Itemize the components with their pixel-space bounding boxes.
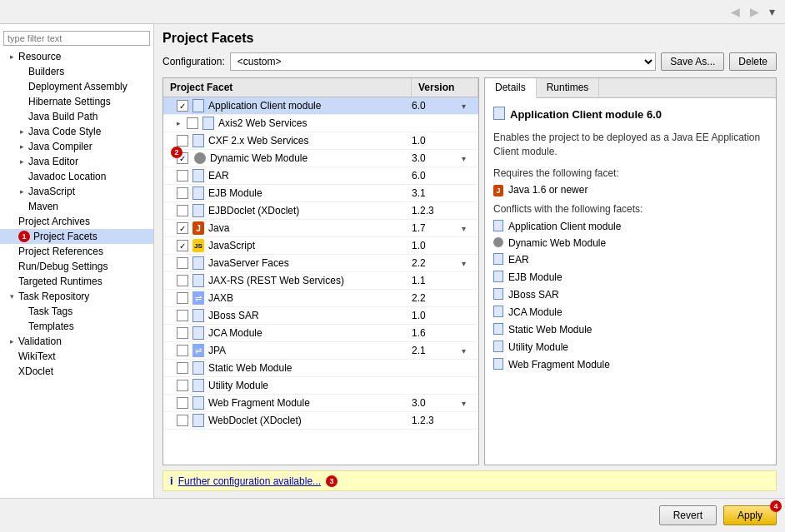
expand-icon [7, 366, 17, 376]
version-arrow[interactable]: ▾ [462, 102, 475, 111]
delete-button[interactable]: Delete [729, 52, 777, 71]
nav-dropdown-button[interactable]: ▾ [766, 3, 778, 20]
apply-button[interactable]: Apply 4 [723, 505, 777, 525]
version-arrow[interactable]: ▾ [462, 399, 475, 408]
facet-checkbox-utility[interactable] [177, 380, 188, 391]
expand-icon [7, 216, 17, 226]
version-arrow[interactable]: ▾ [462, 154, 475, 163]
facet-checkbox-axis2[interactable] [187, 117, 198, 129]
back-button[interactable]: ◀ [728, 3, 743, 20]
requires-label: Requires the following facet: [493, 167, 768, 179]
expand-axis2[interactable]: ▸ [177, 119, 187, 127]
facet-name-jsf: JavaServer Faces [208, 257, 412, 269]
facet-checkbox-webdoclet[interactable] [177, 415, 188, 426]
facet-row-app-client[interactable]: Application Client module 6.0 ▾ [163, 97, 478, 115]
facet-checkbox-ejb[interactable] [177, 187, 188, 199]
facet-name-jboss-sar: JBoss SAR [208, 310, 412, 321]
facet-row-jboss-sar[interactable]: JBoss SAR 1.0 [163, 307, 478, 325]
config-select[interactable]: <custom> [230, 52, 657, 71]
sidebar-item-java-code-style[interactable]: ▸ Java Code Style [0, 124, 153, 139]
facet-checkbox-javascript[interactable] [177, 240, 188, 251]
sidebar-item-validation[interactable]: ▸ Validation [0, 334, 153, 349]
save-as-button[interactable]: Save As... [661, 52, 724, 71]
sidebar-item-builders[interactable]: Builders [0, 64, 153, 79]
tab-runtimes[interactable]: Runtimes [537, 78, 600, 97]
facet-checkbox-app-client[interactable] [177, 100, 188, 112]
sidebar-item-templates[interactable]: Templates [0, 319, 153, 334]
facet-row-static-web[interactable]: Static Web Module [163, 360, 478, 377]
facet-row-web-fragment[interactable]: Web Fragment Module 3.0 ▾ [163, 395, 478, 412]
sidebar-item-label: Targeted Runtimes [18, 276, 102, 287]
facet-checkbox-jaxb[interactable] [177, 292, 188, 304]
filter-input[interactable] [3, 31, 150, 46]
facet-row-dynamic-web[interactable]: 2 Dynamic Web Module 3.0 ▾ [163, 150, 478, 167]
facet-checkbox-jaxrs[interactable] [177, 275, 188, 286]
sidebar-item-task-repository[interactable]: ▾ Task Repository [0, 289, 153, 304]
facet-checkbox-cxf[interactable] [177, 135, 188, 147]
facet-version-dynamic-web: 3.0 [412, 152, 462, 164]
sidebar-item-java-compiler[interactable]: ▸ Java Compiler [0, 139, 153, 154]
facet-row-jsf[interactable]: JavaServer Faces 2.2 ▾ [163, 255, 478, 272]
sidebar-item-wikitext[interactable]: WikiText [0, 349, 153, 364]
details-tabs: Details Runtimes [485, 78, 776, 98]
page-icon [192, 309, 205, 322]
sidebar-item-javascript[interactable]: ▸ JavaScript [0, 184, 153, 199]
sidebar-item-maven[interactable]: Maven [0, 199, 153, 214]
details-title: Application Client module 6.0 [493, 107, 768, 122]
tab-details[interactable]: Details [485, 78, 537, 98]
content-area: ▸ Resource Builders Deployment Assembly … [0, 24, 785, 498]
facet-row-utility[interactable]: Utility Module [163, 377, 478, 395]
facet-checkbox-ejbdoclet[interactable] [177, 205, 188, 216]
sidebar-item-java-build-path[interactable]: Java Build Path [0, 109, 153, 124]
version-arrow[interactable]: ▾ [462, 259, 475, 268]
version-arrow[interactable]: ▾ [462, 224, 475, 233]
facet-row-ejb[interactable]: EJB Module 3.1 [163, 185, 478, 202]
facet-row-axis2[interactable]: ▸ Axis2 Web Services [163, 115, 478, 132]
facet-row-ejbdoclet[interactable]: EJBDoclet (XDoclet) 1.2.3 [163, 202, 478, 220]
facet-row-jpa[interactable]: ⇌ JPA 2.1 ▾ [163, 342, 478, 360]
facet-row-javascript[interactable]: JS JavaScript 1.0 [163, 237, 478, 255]
sidebar-item-project-references[interactable]: Project References [0, 244, 153, 259]
main-container: ◀ ▶ ▾ ▸ Resource Builders Deployment Ass… [0, 0, 785, 532]
facet-row-jaxrs[interactable]: JAX-RS (REST Web Services) 1.1 [163, 272, 478, 290]
facet-version-jaxb: 2.2 [412, 292, 462, 304]
facet-row-cxf[interactable]: CXF 2.x Web Services 1.0 [163, 132, 478, 150]
sidebar-item-label: Java Build Path [28, 111, 98, 122]
facet-checkbox-jsf[interactable] [177, 257, 188, 269]
sidebar-item-project-archives[interactable]: Project Archives [0, 214, 153, 229]
panels-row: Project Facet Version Application Client… [162, 77, 777, 465]
revert-button[interactable]: Revert [659, 505, 717, 525]
conflict-app-client: Application Client module [493, 220, 768, 234]
facet-checkbox-jpa[interactable] [177, 345, 188, 356]
facet-checkbox-jca[interactable] [177, 327, 188, 339]
forward-button[interactable]: ▶ [747, 3, 762, 20]
facet-checkbox-jboss-sar[interactable] [177, 310, 188, 321]
expand-icon [17, 82, 27, 92]
version-arrow[interactable]: ▾ [462, 346, 475, 355]
sidebar-item-java-editor[interactable]: ▸ Java Editor [0, 154, 153, 169]
sidebar-item-targeted-runtimes[interactable]: Targeted Runtimes [0, 274, 153, 289]
facets-panel: Project Facet Version Application Client… [162, 77, 479, 465]
sidebar-item-project-facets[interactable]: 1 Project Facets [0, 229, 153, 244]
facet-row-java[interactable]: J Java 1.7 ▾ [163, 220, 478, 237]
facet-row-jaxb[interactable]: ⇌ JAXB 2.2 [163, 290, 478, 307]
page-icon [192, 186, 205, 200]
sidebar-item-xdoclet[interactable]: XDoclet [0, 364, 153, 379]
main-panel: Project Facets Configuration: <custom> S… [154, 24, 785, 498]
facet-checkbox-web-fragment[interactable] [177, 397, 188, 409]
facet-checkbox-java[interactable] [177, 222, 188, 234]
facet-checkbox-static-web[interactable] [177, 362, 188, 374]
sidebar-item-run-debug[interactable]: Run/Debug Settings [0, 259, 153, 274]
sidebar-item-deployment-assembly[interactable]: Deployment Assembly [0, 79, 153, 94]
further-config-link[interactable]: Further configuration available... [178, 475, 321, 487]
facet-version-cxf: 1.0 [412, 135, 462, 147]
sidebar-item-task-tags[interactable]: Task Tags [0, 304, 153, 319]
facet-checkbox-ear[interactable] [177, 170, 188, 181]
facet-row-webdoclet[interactable]: WebDoclet (XDoclet) 1.2.3 [163, 412, 478, 430]
sidebar-item-hibernate-settings[interactable]: Hibernate Settings [0, 94, 153, 109]
sidebar-item-resource[interactable]: ▸ Resource [0, 49, 153, 64]
js-icon: JS [192, 239, 205, 252]
facet-row-jca[interactable]: JCA Module 1.6 [163, 325, 478, 342]
sidebar-item-javadoc-location[interactable]: Javadoc Location [0, 169, 153, 184]
facet-row-ear[interactable]: EAR 6.0 [163, 167, 478, 185]
